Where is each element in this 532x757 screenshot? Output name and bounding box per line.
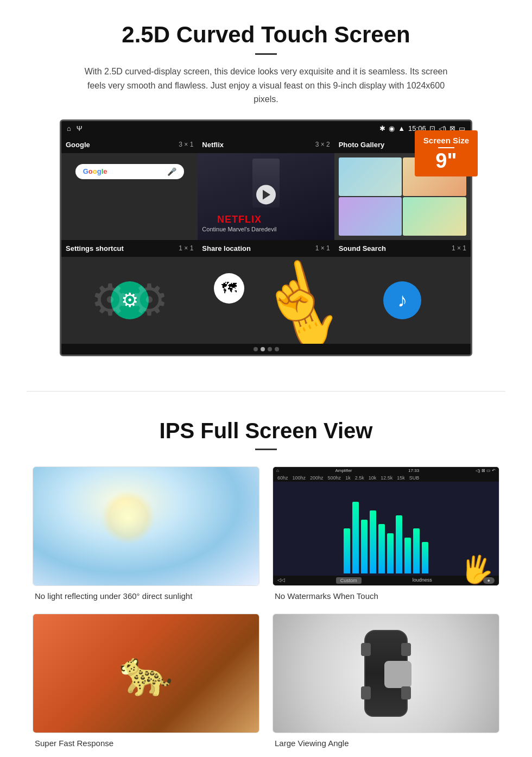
amp-icons: ◁) ⊠ ▭ ↶: [476, 468, 496, 473]
app-labels-bottom: Settings shortcut 1 × 1 Share location 1…: [61, 240, 471, 257]
cheetah-image: 🐆: [33, 614, 259, 733]
section-divider: [27, 391, 505, 392]
dot-1: [254, 347, 258, 351]
settings-app-cell[interactable]: ⚙ ⚙⚙: [61, 257, 198, 344]
ips-section: IPS Full Screen View No light reflecting…: [0, 408, 532, 757]
sunlight-image: [33, 466, 259, 586]
share-app-name: Share location: [202, 244, 251, 253]
car-image: [273, 614, 499, 733]
eq-bar-3: [361, 520, 368, 573]
eq-bar-9: [413, 528, 420, 573]
netflix-brand: NETFLIX: [202, 214, 276, 225]
car-label: Large Viewing Angle: [273, 739, 499, 748]
status-left: ⌂ Ψ: [67, 124, 83, 133]
wheel-front-right: [401, 643, 411, 656]
photo-thumb-3: [339, 197, 402, 236]
photo-thumb-4: [403, 197, 466, 236]
features-grid: No light reflecting under 360° direct su…: [33, 466, 499, 748]
sound-search-cell[interactable]: ♪: [334, 257, 471, 344]
feature-cheetah: 🐆 Super Fast Response: [33, 614, 259, 748]
app-grid-top: Google 🎤 NETFLIX Continue Ma: [61, 153, 471, 240]
amp-time: 17:33: [408, 468, 419, 473]
location-icon: ◉: [389, 124, 395, 133]
dot-3: [268, 347, 272, 351]
app-labels-top: Google 3 × 1 Netflix 3 × 2 Photo Gallery…: [61, 136, 471, 153]
sound-label-cell: Sound Search 1 × 1: [334, 242, 471, 255]
sound-app-size: 1 × 1: [452, 244, 466, 252]
netflix-app-cell[interactable]: NETFLIX Continue Marvel's Daredevil: [198, 153, 334, 240]
amp-home-icon: ⌂: [276, 468, 279, 473]
netflix-subtitle: Continue Marvel's Daredevil: [202, 226, 276, 232]
photo-app-name: Photo Gallery: [339, 141, 385, 149]
amp-title: Amplifier: [335, 468, 352, 473]
amp-screen: ⌂ Amplifier 17:33 ◁) ⊠ ▭ ↶ 60hz100hz200h…: [273, 467, 499, 585]
sound-app-name: Sound Search: [339, 244, 386, 253]
amp-status-bar: ⌂ Amplifier 17:33 ◁) ⊠ ▭ ↶: [273, 467, 499, 474]
google-app-cell[interactable]: Google 🎤: [61, 153, 198, 240]
sunlight-label: No light reflecting under 360° direct su…: [33, 591, 259, 601]
eq-bar-10: [422, 542, 428, 573]
badge-label: Screen Size: [423, 136, 469, 145]
netflix-label: NETFLIX Continue Marvel's Daredevil: [202, 214, 276, 232]
eq-bar-7: [396, 515, 402, 573]
eq-bar-6: [387, 533, 394, 573]
pagination-dots: [61, 344, 471, 355]
feature-sunlight: No light reflecting under 360° direct su…: [33, 466, 259, 601]
google-search-bar[interactable]: Google 🎤: [75, 164, 184, 179]
cheetah-icon: 🐆: [119, 648, 173, 699]
dot-4: [275, 347, 279, 351]
car-top-view: [353, 619, 419, 728]
amp-freq-labels: 60hz100hz200hz500hz1k2.5k10k12.5k15kSUB: [273, 474, 499, 482]
eq-bar-4: [370, 510, 376, 573]
status-bar: ⌂ Ψ ✱ ◉ ▲ 15:06 ⊡ ◁) ⊠ ▭: [61, 121, 471, 136]
home-icon: ⌂: [67, 124, 71, 133]
cheetah-bg: 🐆: [33, 614, 259, 733]
section1-title: 2.5D Curved Touch Screen: [33, 22, 499, 48]
hand-pointer-icon: 🤚: [271, 286, 334, 344]
feature-watermarks: ⌂ Amplifier 17:33 ◁) ⊠ ▭ ↶ 60hz100hz200h…: [273, 466, 499, 601]
android-screen: ⌂ Ψ ✱ ◉ ▲ 15:06 ⊡ ◁) ⊠ ▭ Google: [60, 119, 472, 356]
settings-app-size: 1 × 1: [179, 244, 193, 252]
google-logo: Google: [83, 167, 107, 175]
google-label-cell: Google 3 × 1: [61, 138, 198, 151]
section2-underline: [255, 449, 277, 450]
netflix-play-button[interactable]: [256, 185, 276, 204]
wheel-front-left: [361, 643, 371, 656]
wheel-rear-right: [401, 686, 411, 699]
netflix-app-size: 3 × 2: [315, 141, 330, 148]
netflix-app-name: Netflix: [202, 141, 224, 149]
usb-icon: Ψ: [77, 124, 83, 133]
eq-bar-5: [378, 524, 385, 573]
section2-title: IPS Full Screen View: [33, 419, 499, 443]
app-grid-bottom: ⚙ ⚙⚙ 🗺 🤚 ♪: [61, 257, 471, 344]
title-underline: [255, 53, 277, 55]
feature-car: Large Viewing Angle: [273, 614, 499, 748]
section1-description: With 2.5D curved-display screen, this de…: [76, 65, 456, 106]
google-app-name: Google: [66, 141, 90, 149]
eq-bar-2: [352, 502, 359, 573]
share-location-cell[interactable]: 🗺 🤚: [198, 257, 334, 344]
amp-hand-icon: 🖐: [457, 551, 496, 586]
curved-touch-section: 2.5D Curved Touch Screen With 2.5D curve…: [0, 0, 532, 375]
settings-label-cell: Settings shortcut 1 × 1: [61, 242, 198, 255]
share-app-size: 1 × 1: [315, 244, 330, 252]
maps-icon: 🗺: [214, 273, 244, 304]
wifi-icon: ▲: [398, 124, 405, 133]
sunlight-glow: [101, 490, 155, 545]
settings-app-name: Settings shortcut: [66, 244, 124, 253]
eq-bar-1: [344, 528, 350, 573]
share-label-cell: Share location 1 × 1: [198, 242, 334, 255]
eq-bar-8: [404, 538, 411, 573]
wheel-rear-left: [361, 686, 371, 699]
google-app-size: 3 × 1: [179, 141, 193, 148]
cheetah-label: Super Fast Response: [33, 739, 259, 748]
screen-wrapper: Screen Size 9" ⌂ Ψ ✱ ◉ ▲ 15:06 ⊡ ◁) ⊠: [60, 119, 472, 356]
photo-thumb-1: [339, 157, 402, 196]
bluetooth-icon: ✱: [379, 124, 385, 133]
car-bg: [273, 614, 499, 733]
amplifier-image: ⌂ Amplifier 17:33 ◁) ⊠ ▭ ↶ 60hz100hz200h…: [273, 466, 499, 586]
netflix-label-cell: Netflix 3 × 2: [198, 138, 334, 151]
watermarks-label: No Watermarks When Touch: [273, 591, 499, 601]
badge-size: 9": [423, 150, 469, 171]
car-body: [364, 630, 408, 717]
